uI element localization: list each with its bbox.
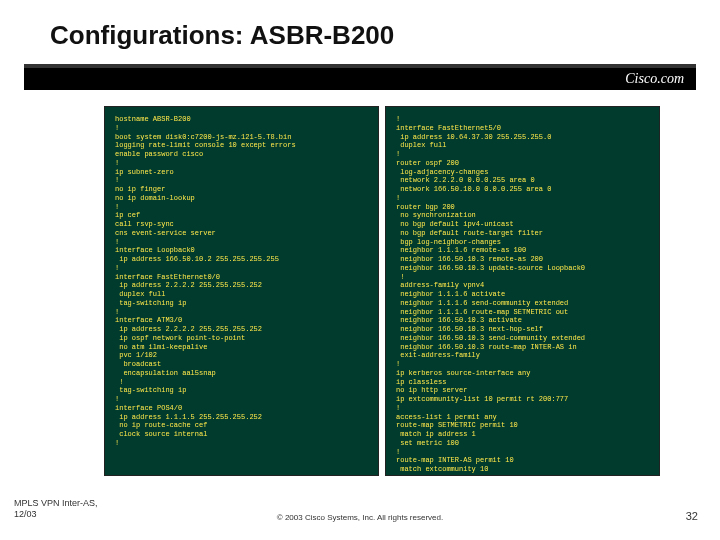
config-panels: hostname ABSR-B200 ! boot system disk0:c… xyxy=(104,106,660,476)
page-title: Configurations: ASBR-B200 xyxy=(50,20,394,51)
page-number: 32 xyxy=(686,510,698,522)
config-left: hostname ABSR-B200 ! boot system disk0:c… xyxy=(104,106,379,476)
footer-left-line1: MPLS VPN Inter-AS, xyxy=(14,498,98,508)
config-right: ! interface FastEthernet5/0 ip address 1… xyxy=(385,106,660,476)
footer-copyright: © 2003 Cisco Systems, Inc. All rights re… xyxy=(0,513,720,522)
brand-bar: Cisco.com xyxy=(24,68,696,90)
slide: Configurations: ASBR-B200 Cisco.com host… xyxy=(0,0,720,540)
